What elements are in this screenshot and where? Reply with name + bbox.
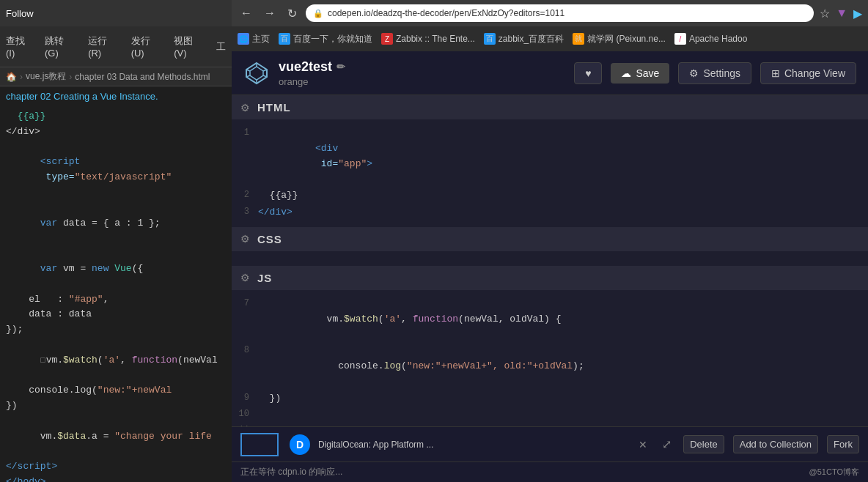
code-line: var vm = new Vue({ xyxy=(0,246,232,292)
breadcrumb-path2[interactable]: chapter 03 Data and Methods.html xyxy=(75,72,210,82)
js-section-content: 7 vm.$watch('a', function(newVal, oldVal… xyxy=(232,290,868,426)
toolbar-more[interactable]: 工 xyxy=(216,40,226,53)
code-area: {{a}} </div> <script type="text/javascri… xyxy=(0,106,232,482)
code-line: console.log("new:"+newVal xyxy=(0,383,232,398)
bookmark-zabbix-baidu-icon: 百 xyxy=(484,33,496,45)
view-icon: ⊞ xyxy=(771,67,780,79)
html-section-content: 1 <div id="app"> 2 {{a}} 3 </div> xyxy=(232,119,868,227)
bookmark-home[interactable]: 🌐 主页 xyxy=(238,33,270,45)
change-view-label: Change View xyxy=(784,67,845,79)
digital-ocean-ad: D DigitalOcean: App Platform ... xyxy=(287,433,627,456)
status-text: 正在等待 cdpn.io 的响应... xyxy=(240,466,342,478)
copyright-text: @51CTO博客 xyxy=(809,467,859,478)
heart-button[interactable]: ♥ xyxy=(574,62,602,84)
status-bar: 正在等待 cdpn.io 的响应... @51CTO博客 xyxy=(232,461,868,482)
browser-bookmarks: 🌐 主页 百 百度一下，你就知道 Z Zabbix :: The Ente...… xyxy=(232,26,868,51)
css-section-header[interactable]: ⚙ CSS xyxy=(232,227,868,251)
extensions-icon[interactable]: ▼ xyxy=(836,7,847,20)
external-link-button[interactable]: ⤢ xyxy=(659,434,674,454)
html-line-2: 2 {{a}} xyxy=(232,188,868,204)
svg-marker-1 xyxy=(250,67,263,80)
bookmark-baidu-label: 百度一下，你就知道 xyxy=(293,33,372,45)
js-section-title: JS xyxy=(257,272,272,284)
html-gear-icon[interactable]: ⚙ xyxy=(240,102,250,114)
html-section-header[interactable]: ⚙ HTML xyxy=(232,95,868,119)
bookmark-zabbix-icon: Z xyxy=(381,33,393,45)
toolbar-run[interactable]: 运行(R) xyxy=(88,34,119,59)
css-section-title: CSS xyxy=(257,233,282,245)
bookmark-star[interactable]: ☆ xyxy=(820,7,830,21)
settings-button[interactable]: ⚙ Settings xyxy=(678,62,751,84)
code-line: {{a}} xyxy=(0,109,232,125)
browser-nav: ← → ↻ 🔒 codepen.io/deadzq-the-decoder/pe… xyxy=(232,0,868,26)
bookmark-zabbix[interactable]: Z Zabbix :: The Ente... xyxy=(381,33,475,45)
edit-pen-icon[interactable]: ✏ xyxy=(336,61,345,73)
bookmark-home-label: 主页 xyxy=(252,33,270,45)
js-section-header[interactable]: ⚙ JS xyxy=(232,266,868,290)
profile-icon[interactable]: ▶ xyxy=(853,7,862,21)
bookmark-hadoop-label: Apache Hadoo xyxy=(689,34,747,44)
js-line-10: 10 xyxy=(232,407,868,422)
css-gear-icon[interactable]: ⚙ xyxy=(240,233,250,245)
follow-bar[interactable]: Follow xyxy=(0,0,232,26)
follow-label[interactable]: Follow xyxy=(6,8,34,19)
code-line: vm.$data.a = "change your life xyxy=(0,414,232,459)
code-line: ◻vm.$watch('a', function(newVal xyxy=(0,338,232,383)
pen-name-container: vue2test ✏ xyxy=(279,59,345,75)
nav-forward[interactable]: → xyxy=(261,5,279,21)
line-num: 7 xyxy=(232,297,258,311)
codepen-logo[interactable] xyxy=(243,60,270,86)
bookmark-hadoop[interactable]: / Apache Hadoo xyxy=(674,33,747,45)
line-num: 1 xyxy=(232,126,258,140)
code-line: </script> xyxy=(0,459,232,475)
codepen-header: vue2test ✏ orange ♥ ☁ Save ⚙ Settings ⊞ … xyxy=(232,51,868,95)
code-line: <script type="text/javascript" xyxy=(0,140,232,201)
svg-text:D: D xyxy=(296,439,304,451)
delete-button[interactable]: Delete xyxy=(683,435,724,453)
line-num: 10 xyxy=(232,407,258,421)
code-sections: ⚙ HTML 1 <div id="app"> 2 {{a}} 3 </div> xyxy=(232,95,868,426)
pen-owner: orange xyxy=(279,76,345,87)
save-button[interactable]: ☁ Save xyxy=(611,63,669,84)
js-gear-icon[interactable]: ⚙ xyxy=(240,272,250,283)
breadcrumb-home[interactable]: 🏠 xyxy=(6,72,17,82)
line-num: 3 xyxy=(232,205,258,219)
line-code: }) xyxy=(258,391,868,407)
pen-name-text: vue2test xyxy=(279,59,332,75)
cloud-icon: ☁ xyxy=(621,67,631,79)
toolbar-find[interactable]: 查找(I) xyxy=(6,34,33,59)
toolbar-publish[interactable]: 发行(U) xyxy=(131,34,163,59)
code-line: data : data xyxy=(0,307,232,322)
heart-icon: ♥ xyxy=(585,67,591,79)
nav-back[interactable]: ← xyxy=(238,5,255,21)
bookmark-jiuxue-label: 就学网 (Peixun.ne... xyxy=(587,33,666,45)
nav-refresh[interactable]: ↻ xyxy=(284,5,300,22)
breadcrumb-path1[interactable]: vue.js教程 xyxy=(26,70,66,83)
bookmark-zabbix-baidu[interactable]: 百 zabbix_百度百科 xyxy=(484,33,564,45)
bookmark-jiuxue-icon: 就 xyxy=(573,33,584,45)
bookmark-baidu[interactable]: 百 百度一下，你就知道 xyxy=(279,33,372,45)
js-line-9: 9 }) xyxy=(232,390,868,407)
browser-chrome: ← → ↻ 🔒 codepen.io/deadzq-the-decoder/pe… xyxy=(232,0,868,51)
code-line: </div> xyxy=(0,125,232,140)
code-line: }); xyxy=(0,322,232,338)
add-to-collection-button[interactable]: Add to Collection xyxy=(733,435,818,453)
bookmark-jiuxue[interactable]: 就 就学网 (Peixun.ne... xyxy=(573,33,666,45)
url-bar[interactable]: 🔒 codepen.io/deadzq-the-decoder/pen/ExNd… xyxy=(306,4,814,22)
toolbar-view[interactable]: 视图(V) xyxy=(174,34,205,59)
fork-button[interactable]: Fork xyxy=(827,435,859,453)
line-code: </div> xyxy=(258,205,868,220)
editor-toolbar: 查找(I) 跳转(G) 运行(R) 发行(U) 视图(V) 工 xyxy=(0,26,232,67)
chapter-link[interactable]: chapter 02 Creating a Vue Instance. xyxy=(0,86,232,106)
lock-icon: 🔒 xyxy=(313,9,323,18)
change-view-button[interactable]: ⊞ Change View xyxy=(760,62,856,84)
save-label: Save xyxy=(636,67,659,79)
toolbar-jump[interactable]: 跳转(G) xyxy=(45,34,76,59)
line-code: console.log("new:"+newVal+", old:"+oldVa… xyxy=(258,344,868,389)
breadcrumb: 🏠 › vue.js教程 › chapter 03 Data and Metho… xyxy=(0,67,232,86)
bookmark-hadoop-icon: / xyxy=(674,33,686,45)
line-num: 8 xyxy=(232,344,258,357)
line-code: {{a}} xyxy=(258,188,868,204)
ad-close-button[interactable]: ✕ xyxy=(636,436,650,453)
css-section-content xyxy=(232,251,868,266)
